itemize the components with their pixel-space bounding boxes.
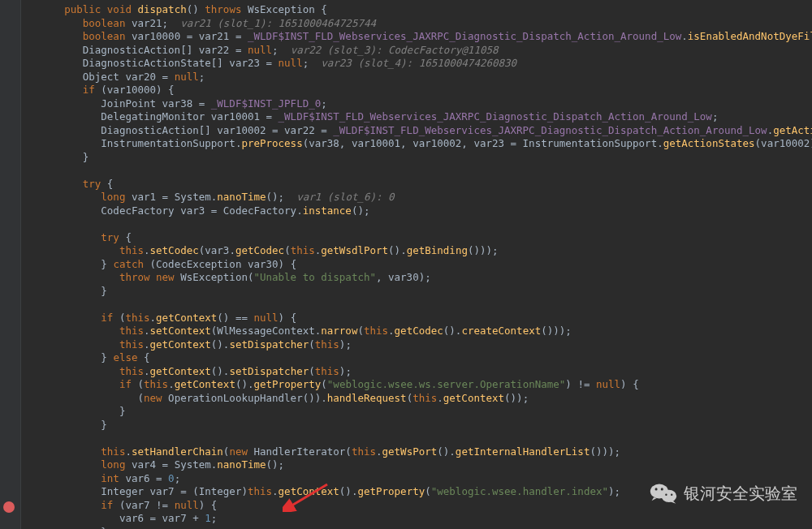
code-line[interactable]: DiagnosticAction[] var10002 = var22 = _W…	[28, 124, 812, 138]
code-line[interactable]: }	[28, 285, 812, 299]
breakpoint-icon[interactable]	[3, 501, 15, 513]
code-line[interactable]: } else {	[28, 351, 812, 365]
svg-point-2	[661, 490, 676, 502]
code-line[interactable]: if (this.getContext() == null) {	[28, 312, 812, 325]
code-line[interactable]: try {	[28, 178, 812, 191]
code-line[interactable]: throw new WsException("Unable to dispatc…	[28, 271, 812, 285]
code-line[interactable]: DiagnosticActionState[] var23 = null; va…	[28, 57, 812, 71]
code-line[interactable]: }	[28, 405, 812, 419]
code-line[interactable]: this.getContext().setDispatcher(this);	[28, 365, 812, 379]
code-line[interactable]: public void dispatch() throws WsExceptio…	[28, 3, 812, 17]
code-editor[interactable]: public void dispatch() throws WsExceptio…	[21, 0, 812, 529]
code-line[interactable]: try {	[28, 231, 812, 245]
code-line[interactable]: long var1 = System.nanoTime(); var1 (slo…	[28, 191, 812, 204]
code-line[interactable]: }	[28, 526, 812, 530]
code-line[interactable]: this.getContext().setDispatcher(this);	[28, 338, 812, 352]
code-line[interactable]: InstrumentationSupport.preProcess(var38,…	[28, 137, 812, 151]
code-line[interactable]: if (var10000) {	[28, 84, 812, 97]
code-line[interactable]: } catch (CodecException var30) {	[28, 258, 812, 272]
code-line[interactable]: CodecFactory var3 = CodecFactory.instanc…	[28, 204, 812, 218]
code-line[interactable]: JoinPoint var38 = _WLDF$INST_JPFLD_0;	[28, 97, 812, 111]
code-line[interactable]: boolean var10000 = var21 = _WLDF$INST_FL…	[28, 30, 812, 44]
code-line[interactable]: var6 = var7 + 1;	[28, 512, 812, 526]
watermark-text: 银河安全实验室	[684, 487, 797, 501]
svg-point-3	[655, 488, 658, 490]
wechat-icon	[650, 482, 677, 505]
code-line[interactable]: if (this.getContext().getProperty("weblo…	[28, 378, 812, 392]
code-line[interactable]: long var4 = System.nanoTime();	[28, 458, 812, 472]
svg-point-4	[661, 488, 663, 490]
code-line[interactable]: }	[28, 151, 812, 165]
editor-gutter	[0, 0, 21, 529]
code-line[interactable]: boolean var21; var21 (slot_1): 165100046…	[28, 17, 812, 31]
code-line[interactable]: (new OperationLookupHandler()).handleReq…	[28, 392, 812, 406]
svg-point-5	[665, 494, 667, 496]
svg-point-6	[671, 494, 672, 496]
code-line[interactable]: this.setCodec(var3.getCodec(this.getWsdl…	[28, 244, 812, 258]
code-line[interactable]: DiagnosticAction[] var22 = null; var22 (…	[28, 44, 812, 58]
code-line[interactable]	[28, 298, 812, 312]
code-line[interactable]: this.setContext(WlMessageContext.narrow(…	[28, 325, 812, 338]
watermark: 银河安全实验室	[650, 482, 797, 505]
code-line[interactable]: }	[28, 419, 812, 432]
code-line[interactable]: Object var20 = null;	[28, 71, 812, 84]
code-line[interactable]: this.setHandlerChain(new HandlerIterator…	[28, 445, 812, 459]
code-line[interactable]	[28, 217, 812, 231]
code-line[interactable]: DelegatingMonitor var10001 = _WLDF$INST_…	[28, 110, 812, 124]
code-line[interactable]	[28, 164, 812, 178]
code-line[interactable]	[28, 432, 812, 445]
